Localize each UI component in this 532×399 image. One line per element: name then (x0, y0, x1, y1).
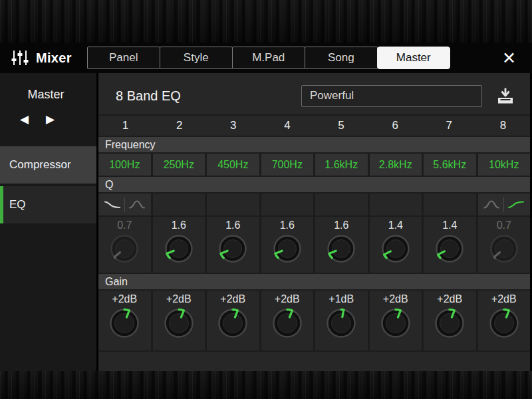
frequency-value[interactable]: 700Hz (261, 154, 314, 176)
q-knob (109, 233, 140, 264)
sidebar-item-compressor[interactable]: Compressor (0, 146, 96, 184)
q-header: Q (98, 177, 530, 192)
filter-type-cell[interactable] (478, 194, 531, 215)
gain-row: +2dB+2dB+2dB+2dB+1dB+2dB+2dB+2dB (98, 291, 530, 350)
frequency-value[interactable]: 100Hz (98, 154, 151, 176)
sidebar: Master ◀ ▶ CompressorEQ (0, 73, 96, 371)
gain-cell: +2dB (207, 291, 259, 350)
gain-cell: +2dB (424, 291, 476, 350)
gain-value: +2dB (383, 293, 408, 305)
q-cell: 1.6 (315, 217, 368, 273)
gain-value: +2dB (437, 293, 462, 305)
gain-value: +2dB (491, 293, 517, 305)
frequency-value[interactable]: 450Hz (207, 154, 259, 176)
prev-arrow-button[interactable]: ◀ (20, 112, 29, 126)
gain-value: +2dB (220, 293, 245, 305)
tab-panel[interactable]: Panel (87, 47, 160, 69)
bottom-bezel (0, 371, 532, 399)
q-knob[interactable] (326, 233, 356, 264)
channel-number: 8 (476, 116, 530, 136)
frequency-value[interactable]: 10kHz (478, 154, 531, 176)
gain-cell: +2dB (261, 291, 314, 350)
tab-master[interactable]: Master (377, 47, 450, 69)
gain-value: +2dB (166, 293, 192, 305)
gain-knob[interactable] (163, 307, 195, 339)
q-knob[interactable] (217, 233, 248, 264)
q-cell: 1.4 (370, 217, 422, 273)
filter-type-cell (261, 194, 314, 215)
q-knob[interactable] (164, 233, 194, 264)
gain-value: +2dB (275, 293, 300, 305)
gain-knob[interactable] (217, 307, 249, 339)
q-value: 1.4 (388, 219, 403, 231)
gain-knob[interactable] (108, 307, 140, 339)
low-shelf-icon[interactable] (104, 199, 121, 210)
q-value: 1.6 (172, 219, 186, 231)
gain-knob[interactable] (434, 307, 466, 339)
sidebar-items: CompressorEQ (0, 146, 96, 226)
next-arrow-button[interactable]: ▶ (46, 112, 55, 126)
close-button[interactable]: ✕ (495, 50, 523, 66)
frequency-values: 100Hz250Hz450Hz700Hz1.6kHz2.8kHz5.6kHz10… (98, 154, 530, 176)
channel-number: 5 (315, 116, 368, 136)
q-value: 1.6 (225, 219, 240, 231)
eq-panel: 8 Band EQ Powerful 12345678 Frequency 10… (98, 73, 530, 371)
q-value: 0.7 (117, 219, 132, 231)
q-cell: 1.6 (207, 217, 259, 273)
gain-knob[interactable] (380, 307, 412, 339)
gain-knob[interactable] (325, 307, 357, 339)
filter-type-cell (153, 194, 205, 215)
content: Master ◀ ▶ CompressorEQ 8 Band EQ Powerf… (0, 73, 532, 371)
channel-number: 4 (260, 116, 314, 136)
channel-number: 3 (206, 116, 260, 136)
q-cell: 0.7 (98, 217, 151, 273)
q-knob[interactable] (272, 233, 303, 264)
channel-numbers: 12345678 (98, 116, 530, 136)
tab-bar: PanelStyleM.PadSongMaster (88, 47, 450, 69)
filter-type-cell (370, 194, 422, 215)
gain-knob[interactable] (271, 307, 303, 339)
preset-field[interactable]: Powerful (301, 85, 482, 107)
panel-filler (98, 352, 530, 371)
channel-number: 1 (98, 116, 152, 136)
q-cell: 1.6 (261, 217, 314, 273)
sidebar-pager: ◀ ▶ (0, 112, 96, 126)
eq-title: 8 Band EQ (116, 88, 181, 104)
sidebar-item-eq[interactable]: EQ (0, 186, 96, 223)
q-row: 0.71.61.61.61.61.41.40.7 (98, 217, 530, 273)
high-shelf-icon[interactable] (507, 199, 525, 210)
filter-icon-divider (124, 198, 125, 212)
panel-header: 8 Band EQ Powerful (98, 73, 530, 114)
tab-song[interactable]: Song (305, 47, 378, 69)
q-knob[interactable] (434, 233, 465, 264)
tab-style[interactable]: Style (160, 47, 233, 69)
filter-type-cell (424, 194, 476, 215)
q-knob (489, 233, 519, 264)
q-cell: 1.4 (424, 217, 476, 273)
mixer-screen: Mixer PanelStyleM.PadSongMaster ✕ Master… (0, 0, 532, 399)
sidebar-header: Master ◀ ▶ (0, 73, 96, 146)
gain-value: +1dB (329, 293, 354, 305)
q-knob[interactable] (380, 233, 411, 264)
gain-cell: +1dB (315, 291, 368, 350)
q-value: 1.6 (334, 219, 348, 231)
filter-type-cell (315, 194, 368, 215)
gain-knob[interactable] (488, 307, 520, 339)
channel-number: 2 (152, 116, 206, 136)
q-cell: 1.6 (153, 217, 205, 273)
peak-icon[interactable] (483, 199, 500, 210)
frequency-value[interactable]: 1.6kHz (315, 154, 368, 176)
q-value: 0.7 (497, 219, 511, 231)
tab-mpad[interactable]: M.Pad (232, 47, 305, 69)
filter-type-cell[interactable] (98, 194, 151, 215)
sidebar-title: Master (0, 88, 92, 102)
page-title: Mixer (36, 51, 72, 66)
channel-number: 6 (368, 116, 422, 136)
frequency-value[interactable]: 5.6kHz (424, 154, 476, 176)
peak-icon[interactable] (128, 199, 146, 210)
frequency-header: Frequency (98, 137, 530, 152)
top-bezel (0, 0, 532, 43)
frequency-value[interactable]: 2.8kHz (370, 154, 422, 176)
save-button[interactable] (495, 87, 515, 105)
frequency-value[interactable]: 250Hz (153, 154, 205, 176)
